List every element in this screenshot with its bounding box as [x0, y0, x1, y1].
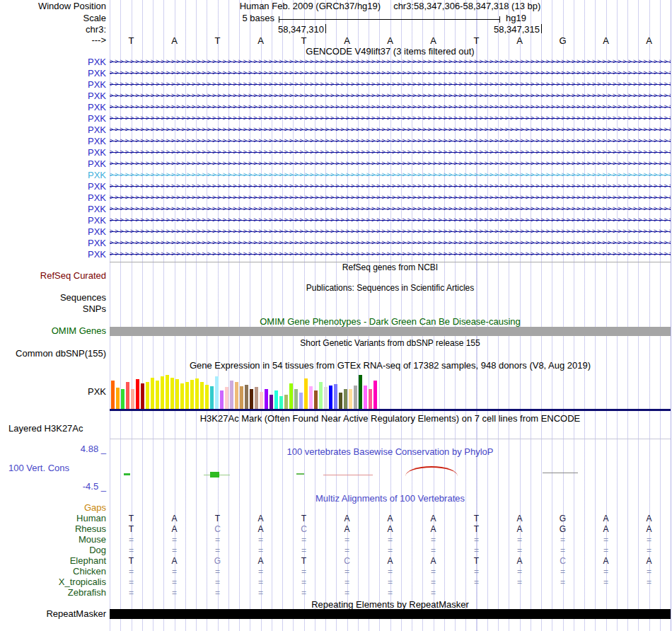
gene-row[interactable]: >>>>>>>>>>>>>>>>>>>>>>>>>>>>>>>>>>>>>>>>…: [110, 250, 671, 259]
gtex-bar[interactable]: [309, 386, 313, 410]
gtex-bar[interactable]: [339, 393, 342, 410]
species-label-zebrafish[interactable]: Zebrafish: [0, 588, 106, 598]
gene-row[interactable]: >>>>>>>>>>>>>>>>>>>>>>>>>>>>>>>>>>>>>>>>…: [110, 216, 671, 225]
gtex-bar[interactable]: [141, 383, 144, 410]
gene-row[interactable]: >>>>>>>>>>>>>>>>>>>>>>>>>>>>>>>>>>>>>>>>…: [110, 69, 671, 78]
gtex-bar[interactable]: [116, 388, 120, 410]
gtex-bar[interactable]: [190, 380, 194, 410]
gtex-bar[interactable]: [319, 382, 323, 410]
species-label-rhesus[interactable]: Rhesus: [0, 524, 106, 534]
gene-row-label[interactable]: PXK: [0, 227, 106, 236]
gene-row-label[interactable]: PXK: [0, 159, 106, 168]
species-label-mouse[interactable]: Mouse: [0, 535, 106, 545]
gtex-bar[interactable]: [215, 376, 219, 410]
gtex-bar[interactable]: [304, 378, 308, 410]
gtex-bar[interactable]: [299, 393, 303, 410]
gtex-bar[interactable]: [294, 389, 298, 410]
gene-row[interactable]: >>>>>>>>>>>>>>>>>>>>>>>>>>>>>>>>>>>>>>>>…: [110, 125, 671, 134]
gtex-bar[interactable]: [170, 378, 174, 410]
gene-row[interactable]: >>>>>>>>>>>>>>>>>>>>>>>>>>>>>>>>>>>>>>>>…: [110, 159, 671, 168]
alignment-row[interactable]: [110, 503, 671, 514]
gtex-bar[interactable]: [151, 378, 154, 410]
alignment-row[interactable]: ========: [110, 588, 671, 598]
gtex-bar[interactable]: [126, 382, 129, 410]
gene-row-label[interactable]: PXK: [0, 148, 106, 157]
track-label-snps[interactable]: SNPs: [0, 304, 106, 314]
gtex-bar[interactable]: [161, 376, 164, 410]
gene-row[interactable]: >>>>>>>>>>>>>>>>>>>>>>>>>>>>>>>>>>>>>>>>…: [110, 238, 671, 248]
gtex-bar[interactable]: [274, 390, 278, 410]
gtex-bar[interactable]: [344, 389, 347, 410]
gtex-bar[interactable]: [359, 375, 362, 410]
track-label-layered-h3k27ac[interactable]: Layered H3K27Ac: [8, 424, 108, 434]
gene-row[interactable]: >>>>>>>>>>>>>>>>>>>>>>>>>>>>>>>>>>>>>>>>…: [110, 148, 671, 157]
gene-row-label[interactable]: PXK: [0, 182, 106, 191]
omim-track-bar[interactable]: [110, 327, 671, 336]
gtex-bar[interactable]: [225, 387, 228, 410]
gtex-bar[interactable]: [195, 378, 199, 410]
gene-row[interactable]: >>>>>>>>>>>>>>>>>>>>>>>>>>>>>>>>>>>>>>>>…: [110, 114, 671, 123]
alignment-row[interactable]: =============: [110, 577, 671, 588]
gene-row-label[interactable]: PXK: [0, 114, 106, 123]
gtex-bar[interactable]: [289, 383, 293, 410]
species-label-dog[interactable]: Dog: [0, 545, 106, 555]
gtex-bar[interactable]: [205, 385, 209, 410]
gene-row[interactable]: >>>>>>>>>>>>>>>>>>>>>>>>>>>>>>>>>>>>>>>>…: [110, 91, 671, 100]
gtex-bar[interactable]: [373, 381, 377, 410]
gene-row-label[interactable]: PXK: [0, 125, 106, 134]
gene-row[interactable]: >>>>>>>>>>>>>>>>>>>>>>>>>>>>>>>>>>>>>>>>…: [110, 103, 671, 112]
gtex-bar[interactable]: [245, 385, 248, 410]
gene-row[interactable]: >>>>>>>>>>>>>>>>>>>>>>>>>>>>>>>>>>>>>>>>…: [110, 170, 671, 180]
gene-row[interactable]: >>>>>>>>>>>>>>>>>>>>>>>>>>>>>>>>>>>>>>>>…: [110, 204, 671, 214]
gene-row-label[interactable]: PXK: [0, 103, 106, 112]
gtex-bar[interactable]: [279, 396, 283, 410]
species-label-elephant[interactable]: Elephant: [0, 556, 106, 566]
gene-row-label[interactable]: PXK: [0, 80, 106, 89]
gtex-bar[interactable]: [354, 386, 357, 410]
gtex-bar[interactable]: [200, 382, 204, 410]
gtex-bar[interactable]: [364, 386, 367, 410]
track-label-common-dbsnp[interactable]: Common dbSNP(155): [0, 349, 106, 359]
species-label-chicken[interactable]: Chicken: [0, 567, 106, 577]
gene-row-label[interactable]: PXK: [0, 57, 106, 66]
gtex-bar[interactable]: [255, 387, 258, 410]
gene-row-label[interactable]: PXK: [0, 250, 106, 259]
gtex-bar[interactable]: [265, 389, 268, 410]
track-label-omim-genes[interactable]: OMIM Genes: [0, 326, 106, 336]
gtex-bar[interactable]: [270, 395, 273, 410]
gtex-bar[interactable]: [210, 386, 214, 410]
alignment-row[interactable]: TATATAAATAGAA: [110, 514, 671, 524]
gtex-bar[interactable]: [230, 381, 233, 410]
track-label-gtex-gene[interactable]: PXK: [0, 387, 106, 397]
gtex-bar[interactable]: [111, 381, 115, 410]
alignment-row[interactable]: TAGATCAATACAA: [110, 556, 671, 567]
repeatmasker-track-bar[interactable]: [110, 609, 671, 619]
gene-row[interactable]: >>>>>>>>>>>>>>>>>>>>>>>>>>>>>>>>>>>>>>>>…: [110, 193, 671, 202]
gene-row-label[interactable]: PXK: [0, 204, 106, 214]
species-label-gaps[interactable]: Gaps: [0, 503, 106, 513]
alignment-row[interactable]: =============: [110, 545, 671, 556]
gene-row-label[interactable]: PXK: [0, 238, 106, 248]
gtex-bar[interactable]: [260, 392, 263, 410]
track-label-sequences[interactable]: Sequences: [0, 293, 106, 303]
gene-row-label[interactable]: PXK: [0, 170, 106, 180]
gtex-bar[interactable]: [329, 386, 332, 410]
gtex-bar[interactable]: [175, 379, 179, 410]
alignment-row[interactable]: =============: [110, 535, 671, 545]
gtex-bar[interactable]: [284, 395, 288, 410]
gtex-bar[interactable]: [314, 390, 318, 410]
gtex-expression-chart[interactable]: [110, 375, 671, 410]
track-label-refseq-curated[interactable]: RefSeq Curated: [0, 271, 106, 281]
gtex-bar[interactable]: [220, 390, 224, 410]
gtex-bar[interactable]: [180, 383, 184, 410]
gtex-bar[interactable]: [250, 389, 253, 410]
gene-row-label[interactable]: PXK: [0, 91, 106, 100]
gene-row-label[interactable]: PXK: [0, 69, 106, 78]
track-label-repeatmasker[interactable]: RepeatMasker: [0, 609, 106, 619]
species-label-x-tropicalis[interactable]: X_tropicalis: [0, 577, 106, 587]
gtex-bar[interactable]: [121, 389, 124, 410]
gtex-bar[interactable]: [369, 389, 372, 410]
gene-row[interactable]: >>>>>>>>>>>>>>>>>>>>>>>>>>>>>>>>>>>>>>>>…: [110, 182, 671, 191]
gtex-bar[interactable]: [235, 382, 238, 410]
gtex-bar[interactable]: [324, 387, 328, 410]
